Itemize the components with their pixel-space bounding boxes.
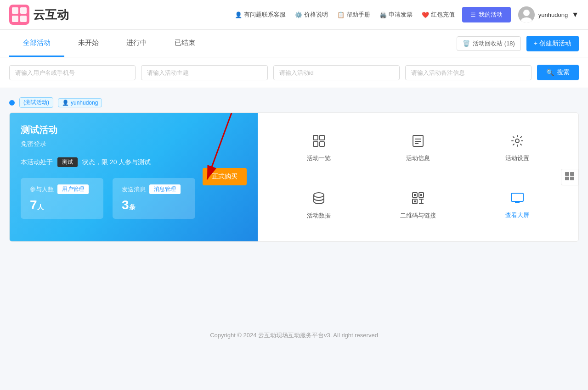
support-icon: 👤 [235, 11, 242, 18]
grid-icon [312, 134, 325, 150]
data-label: 活动数据 [307, 212, 331, 220]
svg-rect-33 [570, 177, 574, 180]
svg-rect-32 [565, 177, 569, 180]
search-remark-input[interactable] [405, 65, 531, 80]
nav-redpack[interactable]: ❤️ 红包充值 [422, 11, 455, 19]
list-view-icon [565, 172, 574, 180]
nav-invoice[interactable]: 🖨️ 申请发票 [379, 11, 413, 19]
tab-in-progress[interactable]: 进行中 [113, 30, 161, 57]
participants-value: 7人 [30, 198, 94, 212]
action-settings[interactable]: 活动设置 [470, 127, 565, 170]
action-qrcode[interactable]: 二维码与链接 [371, 184, 465, 227]
action-bigscreen[interactable]: 查看大屏 [470, 185, 565, 227]
view-toggle-button[interactable] [561, 169, 578, 185]
avatar [518, 6, 535, 23]
svg-point-6 [523, 10, 530, 16]
status-prefix: 本活动处于 [21, 158, 53, 167]
database-icon [313, 192, 325, 208]
user-management-button[interactable]: 用户管理 [57, 184, 89, 194]
activity-status-dot [9, 100, 15, 106]
svg-rect-9 [320, 135, 324, 140]
participants-stat: 参与人数 用户管理 7人 [21, 178, 103, 219]
card-status-row: 本活动处于 测试 状态，限 20 人参与测试 正式购买 [21, 157, 247, 167]
screen-icon [510, 192, 524, 207]
settings-label: 活动设置 [505, 154, 529, 162]
search-id-input[interactable] [273, 65, 400, 80]
chevron-down-icon: ▼ [571, 11, 579, 19]
search-button[interactable]: 🔍 搜索 [537, 65, 579, 80]
svg-rect-21 [414, 194, 416, 196]
my-activities-button[interactable]: ☰ 我的活动 [462, 7, 511, 22]
messages-label: 发送消息 [122, 185, 146, 194]
participants-label: 参与人数 [30, 185, 54, 194]
recycle-bin-button[interactable]: 🗑️ 活动回收站 (18) [457, 36, 521, 51]
svg-rect-23 [414, 201, 416, 202]
logo-icon [9, 5, 29, 25]
gear-icon [511, 134, 524, 150]
create-activity-button[interactable]: + 创建新活动 [526, 36, 579, 51]
main-content: (测试活动) 👤 yunhudong 测试活动 免密登录 本活动处于 测试 状态… [0, 88, 588, 318]
card-title: 测试活动 [21, 124, 247, 136]
messages-stat: 发送消息 消息管理 3条 [113, 178, 195, 219]
svg-rect-10 [313, 142, 318, 146]
svg-rect-1 [12, 7, 18, 14]
pricing-icon: ⚙️ [295, 11, 302, 18]
svg-rect-3 [12, 16, 18, 22]
status-badge: 测试 [57, 157, 78, 167]
nav-links: 👤 有问题联系客服 ⚙️ 价格说明 📋 帮助手册 🖨️ 申请发票 ❤️ 红包充值 [235, 11, 455, 19]
status-suffix: 状态，限 20 人参与测试 [82, 158, 151, 167]
svg-rect-30 [565, 172, 569, 176]
search-user-input[interactable] [9, 65, 136, 80]
header: 云互动 👤 有问题联系客服 ⚙️ 价格说明 📋 帮助手册 🖨️ 申请发票 ❤️ … [0, 0, 588, 30]
footer: Copyright © 2024 云互动现场互动服务平台v3. All righ… [0, 318, 588, 353]
user-area[interactable]: yunhudong ▼ [518, 6, 579, 23]
avatar-image [518, 6, 535, 23]
svg-rect-22 [420, 194, 422, 196]
action-data[interactable]: 活动数据 [271, 184, 366, 227]
heart-icon: ❤️ [422, 11, 429, 18]
tab-not-started[interactable]: 未开始 [64, 30, 113, 57]
message-management-button[interactable]: 消息管理 [149, 184, 181, 194]
action-overview[interactable]: 活动一览 [271, 127, 366, 170]
messages-value: 3条 [122, 198, 186, 212]
user-icon: 👤 [62, 100, 69, 106]
activity-tag: (测试活动) [19, 97, 53, 108]
recycle-icon: 🗑️ [463, 40, 470, 47]
logo-text: 云互动 [33, 7, 69, 23]
action-info[interactable]: 活动信息 [371, 127, 465, 170]
tab-all-activities[interactable]: 全部活动 [9, 30, 64, 57]
nav-support[interactable]: 👤 有问题联系客服 [235, 11, 286, 19]
logo[interactable]: 云互动 [9, 5, 69, 25]
buy-button[interactable]: 正式购买 [203, 168, 247, 185]
tab-ended[interactable]: 已结束 [161, 30, 209, 57]
overview-label: 活动一览 [307, 154, 331, 162]
card-right-panel: 活动一览 活动信息 [258, 113, 578, 241]
svg-rect-31 [570, 172, 574, 176]
nav-pricing[interactable]: ⚙️ 价格说明 [295, 11, 328, 19]
tabs-left: 全部活动 未开始 进行中 已结束 [9, 30, 457, 57]
svg-rect-27 [511, 193, 523, 201]
svg-rect-4 [20, 16, 27, 22]
header-right: 👤 有问题联系客服 ⚙️ 价格说明 📋 帮助手册 🖨️ 申请发票 ❤️ 红包充值… [235, 6, 579, 23]
activity-card-body: 测试活动 免密登录 本活动处于 测试 状态，限 20 人参与测试 正式购买 参与… [10, 113, 578, 241]
tabs-right: 🗑️ 活动回收站 (18) + 创建新活动 [457, 36, 579, 51]
svg-rect-11 [320, 142, 324, 146]
document-icon [412, 134, 424, 150]
tabs-bar: 全部活动 未开始 进行中 已结束 🗑️ 活动回收站 (18) + 创建新活动 [0, 30, 588, 57]
invoice-icon: 🖨️ [379, 11, 387, 18]
bigscreen-label: 查看大屏 [505, 211, 529, 219]
qrcode-icon [412, 192, 424, 208]
menu-icon: ☰ [470, 11, 476, 18]
search-theme-input[interactable] [141, 65, 267, 80]
card-left-panel: 测试活动 免密登录 本活动处于 测试 状态，限 20 人参与测试 正式购买 参与… [10, 113, 258, 241]
copyright-text: Copyright © 2024 云互动现场互动服务平台v3. All righ… [210, 332, 378, 339]
card-subtitle: 免密登录 [21, 140, 247, 148]
nav-help[interactable]: 📋 帮助手册 [337, 11, 370, 19]
search-bar: 🔍 搜索 [0, 57, 588, 88]
info-label: 活动信息 [406, 154, 430, 162]
svg-rect-8 [313, 135, 318, 140]
search-icon: 🔍 [546, 69, 554, 76]
help-icon: 📋 [337, 11, 345, 18]
svg-rect-2 [20, 7, 27, 14]
activity-card: 测试活动 免密登录 本活动处于 测试 状态，限 20 人参与测试 正式购买 参与… [9, 112, 579, 242]
